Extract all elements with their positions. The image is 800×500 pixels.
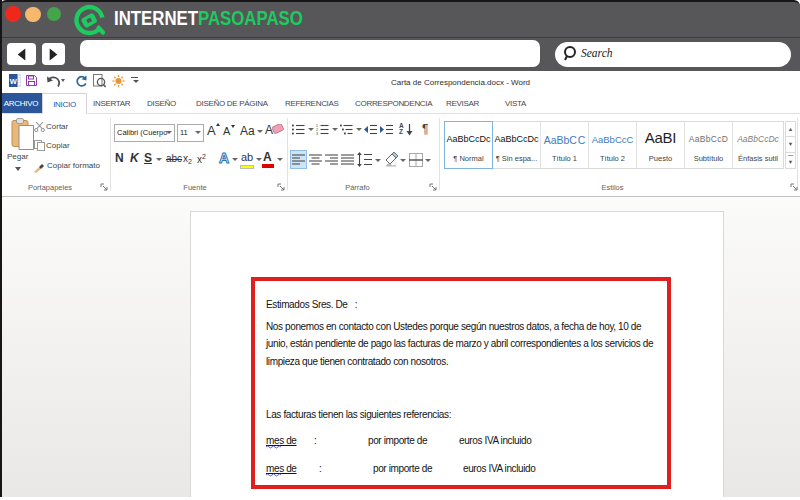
svg-text:W: W [10,77,18,86]
svg-text:3: 3 [316,132,318,135]
